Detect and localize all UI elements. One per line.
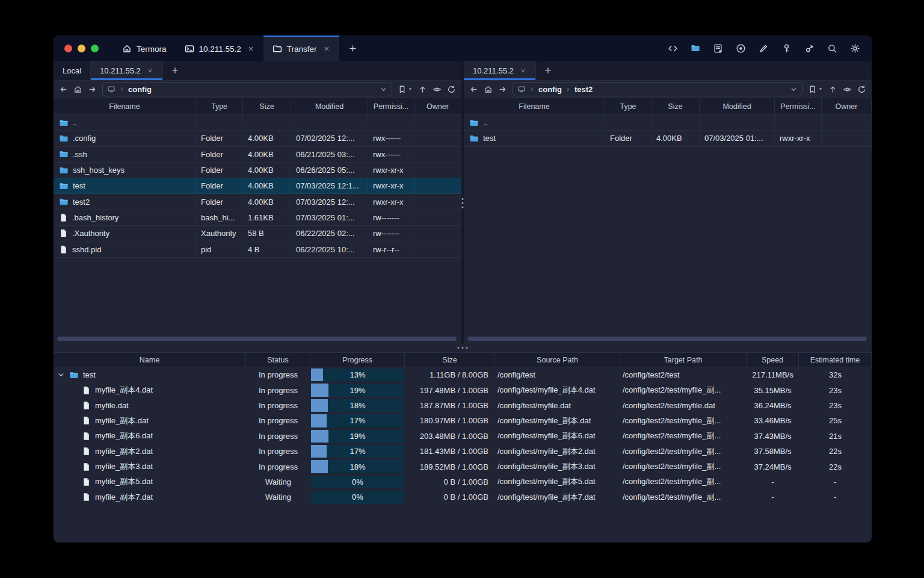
permissions-cell	[775, 115, 822, 130]
refresh-button[interactable]	[857, 85, 866, 94]
file-row[interactable]: ..	[54, 115, 461, 131]
transfer-row[interactable]: myfile_副本6.datIn progress19%203.48MB / 1…	[54, 429, 872, 444]
column-header[interactable]: Owner	[414, 98, 461, 114]
window-tab-transfer[interactable]: Transfer	[263, 36, 339, 61]
minimize-window-button[interactable]	[78, 45, 85, 52]
file-row[interactable]: testFolder4.00KB07/03/2025 12:1...rwxr-x…	[54, 178, 461, 194]
window-tab-10-211-55-2[interactable]: 10.211.55.2	[176, 36, 263, 61]
close-tab-icon[interactable]	[323, 45, 330, 52]
right-path-input[interactable]: configtest2	[513, 82, 802, 96]
path-dropdown-icon[interactable]	[790, 85, 798, 93]
column-header[interactable]: Permissi...	[368, 98, 414, 114]
path-segment[interactable]: config	[128, 85, 152, 94]
transfer-column-header[interactable]: Speed	[747, 353, 799, 367]
close-tab-icon[interactable]	[520, 67, 526, 74]
show-hidden-button[interactable]	[843, 85, 852, 94]
chevron-expand-icon[interactable]	[57, 371, 65, 379]
column-header[interactable]: Size	[243, 98, 291, 114]
estimated-time-cell: 22s	[799, 447, 872, 456]
target-path-cell: /config/test2/test	[620, 370, 747, 379]
window-tab-termora[interactable]: Termora	[113, 36, 176, 61]
folder-icon	[59, 166, 69, 175]
file-row[interactable]: .sshFolder4.00KB06/21/2025 03:...rwx----…	[54, 147, 461, 163]
transfer-row[interactable]: myfile_副本.datIn progress17%180.97MB / 1.…	[54, 413, 872, 428]
column-header[interactable]: Modified	[291, 98, 368, 114]
log-icon[interactable]	[713, 43, 723, 54]
file-row[interactable]: .XauthorityXauthority58 B06/22/2025 02:.…	[54, 226, 461, 241]
home-button[interactable]	[484, 85, 493, 94]
transfer-column-header[interactable]: Estimated time	[799, 353, 872, 367]
column-header[interactable]: Owner	[822, 98, 872, 114]
column-header[interactable]: Permissi...	[775, 98, 822, 114]
transfer-column-header[interactable]: Source Path	[495, 353, 620, 367]
right-tab-10-211-55-2[interactable]: 10.211.55.2	[464, 61, 536, 80]
target-path-cell: /config/test2/test/myfile_副...	[620, 492, 747, 503]
column-header[interactable]: Type	[605, 98, 651, 114]
file-row[interactable]: ..	[464, 115, 872, 131]
home-button[interactable]	[73, 85, 82, 94]
forward-button[interactable]	[88, 85, 97, 94]
left-tab-10-211-55-2[interactable]: 10.211.55.2	[91, 61, 163, 80]
file-row[interactable]: .bash_historybash_hi...1.61KB07/03/2025 …	[54, 210, 461, 226]
transfer-row[interactable]: testIn progress13%1.11GB / 8.00GB/config…	[54, 367, 872, 382]
key-icon[interactable]	[781, 43, 792, 54]
transfer-row[interactable]: myfile.datIn progress18%187.87MB / 1.00G…	[54, 398, 872, 413]
back-button[interactable]	[469, 85, 478, 94]
forward-button[interactable]	[498, 85, 507, 94]
transfer-row[interactable]: myfile_副本7.datWaiting0%0 B / 1.00GB/conf…	[54, 489, 872, 505]
left-new-tab-button[interactable]	[163, 61, 187, 80]
transfer-splitter[interactable]	[54, 344, 872, 352]
size-cell: 4.00KB	[651, 131, 700, 146]
close-tab-icon[interactable]	[247, 45, 254, 52]
modified-cell: 07/03/2025 12:...	[291, 194, 368, 209]
gear-icon[interactable]	[850, 43, 860, 54]
tab-label: Termora	[137, 45, 167, 54]
pencil-icon[interactable]	[759, 43, 769, 54]
code-icon[interactable]	[668, 43, 678, 54]
filename-cell: .Xauthority	[54, 226, 196, 241]
upload-button[interactable]	[418, 85, 427, 94]
column-header[interactable]: Type	[196, 98, 243, 114]
left-tab-local[interactable]: Local	[54, 61, 91, 80]
close-window-button[interactable]	[64, 45, 72, 52]
right-hscrollbar-thumb[interactable]	[467, 337, 867, 341]
transfer-column-header[interactable]: Name	[54, 353, 246, 367]
back-button[interactable]	[59, 85, 68, 94]
search-icon[interactable]	[827, 43, 837, 54]
transfer-column-header[interactable]: Progress	[310, 353, 405, 367]
column-header[interactable]: Size	[651, 98, 700, 114]
file-row[interactable]: sshd.pidpid4 B06/22/2025 10:...rw-r--r--	[54, 241, 461, 257]
transfer-row[interactable]: myfile_副本2.datIn progress17%181.43MB / 1…	[54, 444, 872, 459]
new-window-tab-button[interactable]	[339, 36, 366, 61]
file-row[interactable]: ssh_host_keysFolder4.00KB06/26/2025 05:.…	[54, 163, 461, 178]
bookmark-button[interactable]	[398, 85, 413, 94]
column-header[interactable]: Filename	[54, 98, 196, 114]
refresh-button[interactable]	[447, 85, 456, 94]
keychain-icon[interactable]	[804, 43, 815, 54]
folder-icon[interactable]	[691, 43, 700, 53]
path-segment[interactable]: config	[538, 85, 562, 94]
transfer-column-header[interactable]: Status	[246, 353, 310, 367]
file-row[interactable]: testFolder4.00KB07/03/2025 01:...rwxr-xr…	[464, 131, 872, 146]
path-dropdown-icon[interactable]	[380, 85, 387, 93]
close-tab-icon[interactable]	[147, 67, 153, 74]
column-header[interactable]: Modified	[700, 98, 775, 114]
transfer-column-header[interactable]: Target Path	[620, 353, 747, 367]
transfer-row[interactable]: myfile_副本5.datWaiting0%0 B / 1.00GB/conf…	[54, 474, 872, 489]
transfer-row[interactable]: myfile_副本4.datIn progress19%197.48MB / 1…	[54, 382, 872, 397]
show-hidden-button[interactable]	[433, 85, 442, 94]
transfer-row[interactable]: myfile_副本3.datIn progress18%189.52MB / 1…	[54, 459, 872, 474]
file-row[interactable]: .configFolder4.00KB07/02/2025 12:...rwx-…	[54, 131, 461, 146]
upload-button[interactable]	[828, 85, 837, 94]
left-hscrollbar-thumb[interactable]	[57, 337, 457, 341]
record-icon[interactable]	[736, 43, 746, 54]
transfer-column-header[interactable]: Size	[405, 353, 495, 367]
bookmark-button[interactable]	[808, 85, 823, 94]
left-path-input[interactable]: config	[102, 82, 392, 96]
zoom-window-button[interactable]	[91, 45, 99, 52]
right-new-tab-button[interactable]	[536, 61, 560, 80]
transfer-splitter-grip[interactable]	[458, 347, 468, 349]
column-header[interactable]: Filename	[464, 98, 605, 114]
path-segment[interactable]: test2	[574, 85, 593, 94]
file-row[interactable]: test2Folder4.00KB07/03/2025 12:...rwxr-x…	[54, 194, 461, 210]
